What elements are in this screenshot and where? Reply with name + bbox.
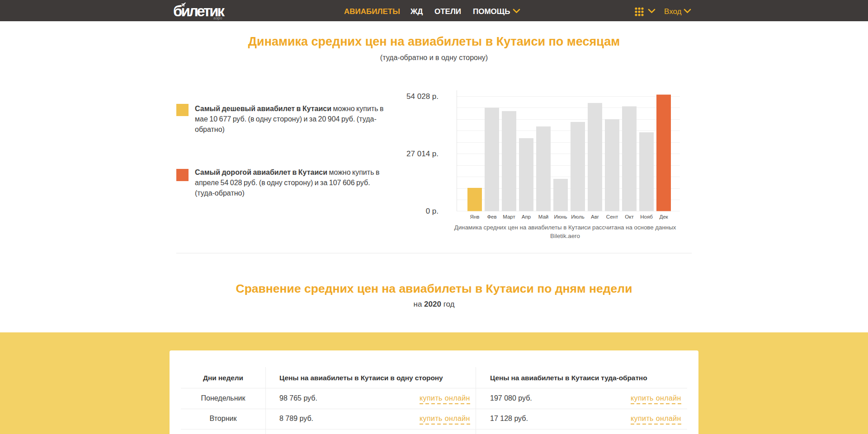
svg-text:Нояб: Нояб [640, 214, 653, 219]
svg-text:Март: Март [503, 214, 515, 219]
svg-text:Авг: Авг [591, 214, 599, 219]
svg-text:Апр: Апр [522, 214, 531, 219]
svg-text:Окт: Окт [625, 214, 634, 219]
svg-text:Сент: Сент [606, 214, 618, 219]
svg-text:Дек: Дек [659, 214, 668, 219]
svg-text:Июнь: Июнь [554, 214, 567, 219]
svg-text:Фев: Фев [487, 214, 496, 219]
svg-text:Июль: Июль [571, 214, 584, 219]
svg-text:Янв: Янв [470, 214, 480, 219]
svg-text:Май: Май [538, 214, 549, 219]
